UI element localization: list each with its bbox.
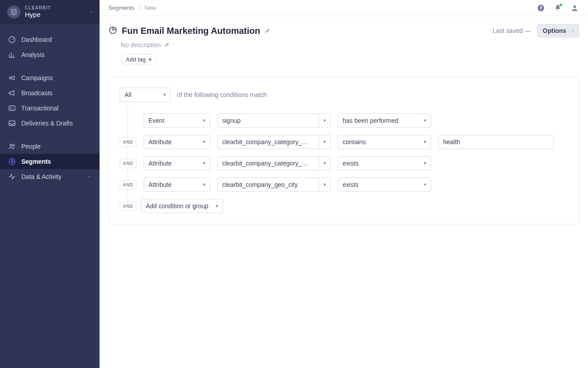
workspace-switcher[interactable]: CLEARBIT Hype	[0, 0, 100, 24]
condition-operator-select[interactable]: exists ▼	[338, 156, 431, 170]
options-button[interactable]: Options	[537, 24, 579, 37]
select-value: signup	[222, 117, 308, 124]
and-chip: AND	[120, 137, 136, 147]
condition-operator-select[interactable]: exists ▼	[338, 178, 431, 192]
select-value: exists	[343, 160, 359, 167]
svg-point-11	[13, 145, 15, 146]
conditions-card: All ▼ of the following conditions match …	[108, 77, 579, 224]
add-tag-button[interactable]: Add tag +	[121, 54, 156, 65]
plus-icon: +	[148, 56, 152, 63]
svg-point-7	[9, 77, 12, 79]
condition-type-select[interactable]: Attribute ▼	[144, 135, 210, 149]
campaign-icon	[8, 74, 16, 82]
sidebar-item-deliveries[interactable]: Deliveries & Drafts	[0, 116, 100, 131]
workspace-org: CLEARBIT	[25, 5, 51, 11]
notifications-icon[interactable]	[553, 4, 562, 12]
sidebar-item-label: Deliveries & Drafts	[21, 120, 73, 127]
select-value: clearbit_company_geo_city	[222, 181, 308, 188]
select-value: Attribute	[148, 181, 172, 188]
chart-icon	[8, 51, 16, 59]
dropdown-button[interactable]: ▼	[319, 135, 331, 149]
svg-rect-1	[12, 10, 13, 11]
select-value: Event	[148, 117, 164, 124]
sidebar-item-label: People	[21, 143, 41, 150]
notification-dot	[559, 3, 563, 7]
caret-icon: ▼	[202, 182, 206, 187]
match-text: of the following conditions match	[177, 91, 267, 98]
sidebar-item-dashboard[interactable]: Dashboard	[0, 32, 100, 47]
caret-icon: ▼	[423, 118, 427, 123]
svg-rect-3	[12, 12, 13, 12]
dropdown-button[interactable]: ▼	[319, 156, 331, 170]
topbar: Segments / New ?	[100, 0, 588, 16]
caret-icon: ▼	[202, 118, 206, 123]
segment-icon	[108, 26, 117, 36]
condition-type-select[interactable]: Attribute ▼	[144, 178, 210, 192]
caret-icon: ▼	[215, 204, 219, 208]
condition-operator-select[interactable]: contains ▼	[338, 135, 431, 149]
condition-value-select[interactable]: clearbit_company_geo_city	[217, 178, 319, 192]
match-mode-select[interactable]: All ▼	[120, 88, 171, 102]
select-value: exists	[343, 181, 359, 188]
caret-icon: ▼	[202, 161, 206, 166]
select-value: clearbit_company_category_sub_	[222, 160, 308, 167]
add-condition-select[interactable]: Add condition or group ▼	[141, 199, 223, 213]
svg-text:?: ?	[540, 5, 542, 10]
condition-value-input[interactable]	[438, 135, 554, 149]
dropdown-button[interactable]: ▼	[319, 113, 331, 128]
sidebar-item-broadcasts[interactable]: Broadcasts	[0, 85, 100, 101]
sidebar-item-data-activity[interactable]: Data & Activity	[0, 169, 100, 184]
condition-operator-select[interactable]: has been performed ▼	[338, 113, 431, 128]
select-value: Attribute	[148, 138, 172, 146]
and-chip: AND	[120, 202, 136, 211]
page-header: Fun Email Marketing Automation Last save…	[100, 16, 588, 69]
caret-icon: ▼	[423, 140, 427, 144]
sidebar-item-label: Analysis	[21, 51, 44, 58]
caret-icon: ▼	[202, 140, 206, 144]
description-text: No description	[121, 41, 161, 49]
condition-rows: Event ▼ signup ▼ has been performed ▼	[120, 110, 568, 213]
caret-icon: ▼	[423, 182, 427, 187]
and-chip: AND	[120, 159, 136, 168]
condition-row: AND Attribute ▼ clearbit_company_categor…	[120, 153, 568, 174]
condition-type-select[interactable]: Event ▼	[144, 113, 210, 128]
condition-row: AND Attribute ▼ clearbit_company_geo_cit…	[120, 174, 568, 195]
select-value: has been performed	[343, 117, 398, 124]
chevron-down-icon	[571, 27, 575, 34]
sidebar-item-segments[interactable]: Segments	[0, 154, 100, 169]
edit-description-button[interactable]	[164, 41, 171, 49]
sidebar-item-label: Dashboard	[21, 36, 52, 43]
add-tag-label: Add tag	[126, 56, 146, 63]
add-condition-row: AND Add condition or group ▼	[120, 195, 568, 213]
add-condition-label: Add condition or group	[146, 202, 208, 210]
breadcrumb-root[interactable]: Segments	[108, 4, 135, 11]
condition-value-select[interactable]: clearbit_company_category_sub_	[217, 156, 319, 170]
sidebar-item-transactional[interactable]: Transactional	[0, 101, 100, 116]
page-title: Fun Email Marketing Automation	[122, 26, 260, 36]
sidebar-item-label: Transactional	[21, 105, 59, 112]
sidebar-item-label: Data & Activity	[21, 173, 61, 180]
breadcrumb: Segments / New	[108, 4, 156, 11]
dropdown-button[interactable]: ▼	[319, 178, 331, 192]
breadcrumb-separator: /	[139, 4, 140, 11]
sidebar-item-people[interactable]: People	[0, 139, 100, 154]
sidebar-item-campaigns[interactable]: Campaigns	[0, 70, 100, 85]
chevron-down-icon	[87, 173, 92, 180]
gauge-icon	[8, 36, 16, 44]
edit-title-button[interactable]	[265, 27, 271, 35]
workspace-name: Hype	[25, 11, 51, 19]
people-icon	[8, 142, 16, 150]
condition-value-select[interactable]: signup	[217, 113, 319, 128]
condition-type-select[interactable]: Attribute ▼	[144, 156, 210, 170]
options-label: Options	[543, 27, 566, 34]
inbox-icon	[8, 119, 16, 127]
megaphone-icon	[8, 89, 16, 97]
help-icon[interactable]: ?	[536, 4, 545, 12]
activity-icon	[8, 173, 16, 181]
user-icon[interactable]	[570, 4, 579, 12]
segment-icon	[8, 158, 16, 166]
last-saved-text: Last saved —	[493, 27, 531, 34]
condition-value-select[interactable]: clearbit_company_category_indu	[217, 135, 319, 149]
sidebar-item-analysis[interactable]: Analysis	[0, 47, 100, 62]
select-value: clearbit_company_category_indu	[222, 138, 308, 146]
